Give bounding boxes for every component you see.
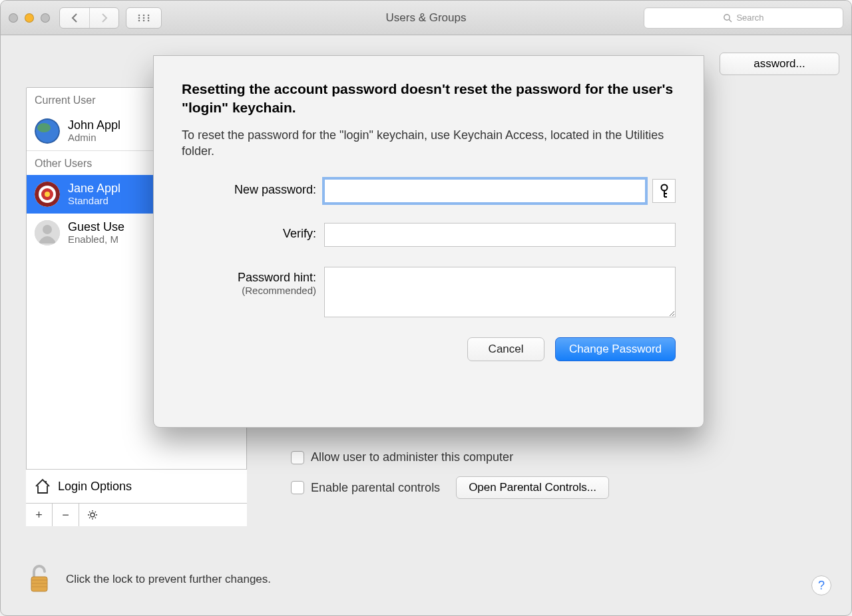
sidebar-footer: Login Options + − [26,469,247,526]
user-role: Enabled, M [68,233,124,245]
home-icon [34,478,51,495]
titlebar: Users & Groups Search [1,1,851,35]
svg-line-30 [89,518,90,518]
password-assistant-button[interactable] [652,179,676,203]
verify-password-label: Verify: [182,223,324,241]
avatar [35,182,60,207]
help-button[interactable]: ? [811,575,831,595]
svg-point-1 [143,14,145,16]
user-actions-button[interactable] [79,504,106,526]
user-options: Allow user to administer this computer E… [291,450,609,499]
nav-back-forward [59,7,119,29]
svg-point-3 [138,17,140,19]
minimize-window-button[interactable] [25,13,34,23]
sheet-subtext: To reset the password for the "login" ke… [182,127,676,160]
user-name: Guest Use [68,221,124,234]
svg-line-10 [730,19,732,22]
avatar [35,220,60,245]
parental-checkbox-label: Enable parental controls [311,481,440,495]
svg-point-2 [148,14,150,16]
checkbox[interactable] [291,451,304,464]
add-user-button[interactable]: + [26,504,53,526]
close-window-button[interactable] [9,13,18,23]
parental-checkbox-row: Enable parental controls Open Parental C… [291,476,609,499]
svg-point-9 [724,14,730,19]
svg-point-0 [138,14,140,16]
svg-line-28 [89,512,90,512]
password-reset-sheet: Resetting the account password doesn't r… [153,55,704,428]
preferences-window: Users & Groups Search Current User John … [0,0,852,616]
svg-point-7 [143,19,145,21]
lock-row: Click the lock to prevent further change… [27,563,271,595]
user-role: Standard [68,195,120,206]
user-role: Admin [68,132,120,143]
sheet-actions: Cancel Change Password [182,337,676,361]
password-hint-input[interactable] [324,267,676,317]
login-options-button[interactable]: Login Options [26,470,247,504]
avatar [35,118,60,144]
reset-password-button[interactable]: assword... [720,53,839,75]
svg-point-5 [148,17,150,19]
svg-point-19 [43,225,52,234]
new-password-label: New password: [182,179,324,197]
search-placeholder: Search [736,13,763,23]
password-hint-label: Password hint: (Recommended) [182,267,324,296]
sheet-heading: Resetting the account password doesn't r… [182,80,676,118]
search-icon [723,13,732,23]
svg-point-23 [91,513,95,517]
verify-password-input[interactable] [324,223,676,247]
svg-point-6 [138,19,140,21]
change-password-button[interactable]: Change Password [555,337,676,361]
back-button[interactable] [60,8,89,28]
svg-rect-32 [31,577,47,591]
login-options-label: Login Options [58,480,132,494]
cancel-button[interactable]: Cancel [467,337,544,361]
admin-checkbox-label: Allow user to administer this computer [311,450,513,464]
svg-point-36 [661,185,667,191]
remove-user-button[interactable]: − [53,504,79,526]
open-parental-controls-button[interactable]: Open Parental Controls... [456,476,609,499]
forward-button[interactable] [89,8,118,28]
user-name: John Appl [68,119,120,132]
gear-icon [87,510,98,520]
svg-point-17 [45,192,50,197]
window-traffic-lights [9,13,50,23]
user-name: Jane Appl [68,182,120,196]
svg-point-8 [148,19,150,21]
user-list-toolbar: + − [26,504,247,526]
svg-point-4 [143,17,145,19]
new-password-input[interactable] [324,179,646,203]
show-all-button[interactable] [126,7,162,29]
key-icon [659,184,670,198]
reset-password-label: assword... [753,57,805,71]
svg-line-31 [95,512,96,512]
lock-text: Click the lock to prevent further change… [66,573,271,586]
lock-icon[interactable] [27,563,51,595]
search-input[interactable]: Search [644,7,843,29]
svg-line-29 [95,518,96,518]
checkbox[interactable] [291,481,304,494]
admin-checkbox-row[interactable]: Allow user to administer this computer [291,450,609,464]
zoom-window-button[interactable] [41,13,50,23]
svg-point-13 [37,123,51,132]
